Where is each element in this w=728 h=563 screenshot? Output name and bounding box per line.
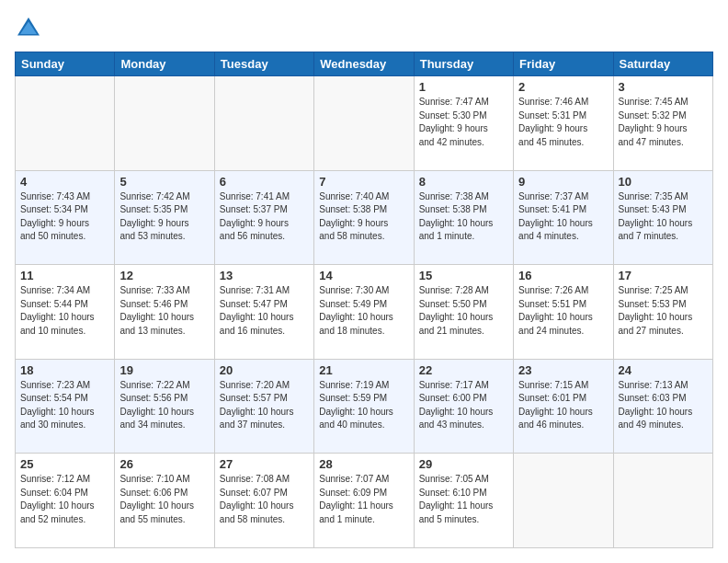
calendar-cell: 17Sunrise: 7:25 AM Sunset: 5:53 PM Dayli… xyxy=(613,265,712,360)
calendar-cell: 20Sunrise: 7:20 AM Sunset: 5:57 PM Dayli… xyxy=(214,359,313,454)
day-number: 13 xyxy=(220,269,309,282)
calendar-cell: 2Sunrise: 7:46 AM Sunset: 5:31 PM Daylig… xyxy=(514,76,613,171)
day-number: 3 xyxy=(619,80,708,94)
day-number: 9 xyxy=(518,175,608,189)
calendar-week-row: 1Sunrise: 7:47 AM Sunset: 5:30 PM Daylig… xyxy=(16,76,713,171)
calendar-cell: 5Sunrise: 7:42 AM Sunset: 5:35 PM Daylig… xyxy=(115,170,214,265)
day-info: Sunrise: 7:47 AM Sunset: 5:30 PM Dayligh… xyxy=(419,96,508,149)
calendar-cell: 4Sunrise: 7:43 AM Sunset: 5:34 PM Daylig… xyxy=(16,170,115,265)
day-number: 8 xyxy=(419,175,508,189)
day-info: Sunrise: 7:37 AM Sunset: 5:41 PM Dayligh… xyxy=(518,190,608,244)
calendar-cell: 27Sunrise: 7:08 AM Sunset: 6:07 PM Dayli… xyxy=(214,454,313,548)
calendar-week-row: 4Sunrise: 7:43 AM Sunset: 5:34 PM Daylig… xyxy=(16,170,713,265)
calendar-cell: 21Sunrise: 7:19 AM Sunset: 5:59 PM Dayli… xyxy=(314,359,414,454)
weekday-header: Monday xyxy=(115,52,214,76)
day-number: 12 xyxy=(119,269,209,282)
logo xyxy=(15,15,46,42)
day-info: Sunrise: 7:42 AM Sunset: 5:35 PM Dayligh… xyxy=(119,190,209,244)
weekday-header: Friday xyxy=(514,52,613,76)
calendar-cell: 15Sunrise: 7:28 AM Sunset: 5:50 PM Dayli… xyxy=(414,265,513,360)
calendar-week-row: 18Sunrise: 7:23 AM Sunset: 5:54 PM Dayli… xyxy=(16,359,713,454)
day-number: 22 xyxy=(419,363,508,377)
day-info: Sunrise: 7:41 AM Sunset: 5:37 PM Dayligh… xyxy=(220,190,309,244)
day-number: 4 xyxy=(20,175,109,189)
day-info: Sunrise: 7:40 AM Sunset: 5:38 PM Dayligh… xyxy=(319,190,408,244)
day-info: Sunrise: 7:08 AM Sunset: 6:07 PM Dayligh… xyxy=(220,473,309,526)
day-info: Sunrise: 7:31 AM Sunset: 5:47 PM Dayligh… xyxy=(220,284,309,338)
day-info: Sunrise: 7:15 AM Sunset: 6:01 PM Dayligh… xyxy=(518,379,608,432)
day-info: Sunrise: 7:22 AM Sunset: 5:56 PM Dayligh… xyxy=(119,379,209,432)
day-number: 21 xyxy=(319,363,408,377)
calendar-cell: 13Sunrise: 7:31 AM Sunset: 5:47 PM Dayli… xyxy=(214,265,313,360)
day-info: Sunrise: 7:13 AM Sunset: 6:03 PM Dayligh… xyxy=(619,379,708,432)
day-number: 17 xyxy=(619,269,708,282)
day-number: 27 xyxy=(220,457,309,471)
calendar-cell: 25Sunrise: 7:12 AM Sunset: 6:04 PM Dayli… xyxy=(16,454,115,548)
day-info: Sunrise: 7:38 AM Sunset: 5:38 PM Dayligh… xyxy=(419,190,508,244)
calendar-cell: 12Sunrise: 7:33 AM Sunset: 5:46 PM Dayli… xyxy=(115,265,214,360)
calendar-cell: 29Sunrise: 7:05 AM Sunset: 6:10 PM Dayli… xyxy=(414,454,513,548)
calendar-cell xyxy=(514,454,613,548)
calendar-cell: 3Sunrise: 7:45 AM Sunset: 5:32 PM Daylig… xyxy=(613,76,712,171)
day-info: Sunrise: 7:45 AM Sunset: 5:32 PM Dayligh… xyxy=(619,96,708,149)
calendar-cell xyxy=(214,76,313,171)
calendar-cell: 1Sunrise: 7:47 AM Sunset: 5:30 PM Daylig… xyxy=(414,76,513,171)
calendar-cell: 7Sunrise: 7:40 AM Sunset: 5:38 PM Daylig… xyxy=(314,170,414,265)
day-info: Sunrise: 7:46 AM Sunset: 5:31 PM Dayligh… xyxy=(518,96,608,149)
calendar-cell xyxy=(115,76,214,171)
day-number: 2 xyxy=(518,80,608,94)
day-info: Sunrise: 7:17 AM Sunset: 6:00 PM Dayligh… xyxy=(419,379,508,432)
day-number: 28 xyxy=(319,457,408,471)
calendar-cell: 18Sunrise: 7:23 AM Sunset: 5:54 PM Dayli… xyxy=(16,359,115,454)
day-info: Sunrise: 7:23 AM Sunset: 5:54 PM Dayligh… xyxy=(20,379,109,432)
day-info: Sunrise: 7:30 AM Sunset: 5:49 PM Dayligh… xyxy=(319,284,408,338)
day-number: 25 xyxy=(20,457,109,471)
day-number: 5 xyxy=(119,175,209,189)
day-number: 29 xyxy=(419,457,508,471)
page: SundayMondayTuesdayWednesdayThursdayFrid… xyxy=(0,0,728,563)
calendar-cell: 10Sunrise: 7:35 AM Sunset: 5:43 PM Dayli… xyxy=(613,170,712,265)
day-number: 26 xyxy=(119,457,209,471)
calendar-cell: 16Sunrise: 7:26 AM Sunset: 5:51 PM Dayli… xyxy=(514,265,613,360)
day-number: 18 xyxy=(20,363,109,377)
day-info: Sunrise: 7:26 AM Sunset: 5:51 PM Dayligh… xyxy=(518,284,608,338)
calendar-header-row: SundayMondayTuesdayWednesdayThursdayFrid… xyxy=(16,52,713,76)
calendar-table: SundayMondayTuesdayWednesdayThursdayFrid… xyxy=(15,52,713,548)
calendar-cell: 23Sunrise: 7:15 AM Sunset: 6:01 PM Dayli… xyxy=(514,359,613,454)
logo-icon xyxy=(15,15,42,42)
day-info: Sunrise: 7:34 AM Sunset: 5:44 PM Dayligh… xyxy=(20,284,109,338)
day-number: 1 xyxy=(419,80,508,94)
calendar-cell: 9Sunrise: 7:37 AM Sunset: 5:41 PM Daylig… xyxy=(514,170,613,265)
day-number: 16 xyxy=(518,269,608,282)
day-info: Sunrise: 7:10 AM Sunset: 6:06 PM Dayligh… xyxy=(119,473,209,526)
day-number: 19 xyxy=(119,363,209,377)
day-number: 11 xyxy=(20,269,109,282)
calendar-cell: 26Sunrise: 7:10 AM Sunset: 6:06 PM Dayli… xyxy=(115,454,214,548)
calendar-cell: 19Sunrise: 7:22 AM Sunset: 5:56 PM Dayli… xyxy=(115,359,214,454)
calendar-cell: 6Sunrise: 7:41 AM Sunset: 5:37 PM Daylig… xyxy=(214,170,313,265)
day-info: Sunrise: 7:33 AM Sunset: 5:46 PM Dayligh… xyxy=(119,284,209,338)
header xyxy=(15,15,713,42)
weekday-header: Wednesday xyxy=(314,52,414,76)
day-info: Sunrise: 7:28 AM Sunset: 5:50 PM Dayligh… xyxy=(419,284,508,338)
day-info: Sunrise: 7:12 AM Sunset: 6:04 PM Dayligh… xyxy=(20,473,109,526)
day-number: 15 xyxy=(419,269,508,282)
day-number: 23 xyxy=(518,363,608,377)
day-info: Sunrise: 7:20 AM Sunset: 5:57 PM Dayligh… xyxy=(220,379,309,432)
day-info: Sunrise: 7:07 AM Sunset: 6:09 PM Dayligh… xyxy=(319,473,408,526)
calendar-cell xyxy=(314,76,414,171)
day-number: 10 xyxy=(619,175,708,189)
day-info: Sunrise: 7:35 AM Sunset: 5:43 PM Dayligh… xyxy=(619,190,708,244)
calendar-week-row: 25Sunrise: 7:12 AM Sunset: 6:04 PM Dayli… xyxy=(16,454,713,548)
calendar-cell: 8Sunrise: 7:38 AM Sunset: 5:38 PM Daylig… xyxy=(414,170,513,265)
day-number: 20 xyxy=(220,363,309,377)
weekday-header: Tuesday xyxy=(214,52,313,76)
calendar-cell xyxy=(613,454,712,548)
day-number: 7 xyxy=(319,175,408,189)
calendar-cell: 14Sunrise: 7:30 AM Sunset: 5:49 PM Dayli… xyxy=(314,265,414,360)
calendar-week-row: 11Sunrise: 7:34 AM Sunset: 5:44 PM Dayli… xyxy=(16,265,713,360)
weekday-header: Thursday xyxy=(414,52,513,76)
day-info: Sunrise: 7:43 AM Sunset: 5:34 PM Dayligh… xyxy=(20,190,109,244)
calendar-cell xyxy=(16,76,115,171)
weekday-header: Saturday xyxy=(613,52,712,76)
